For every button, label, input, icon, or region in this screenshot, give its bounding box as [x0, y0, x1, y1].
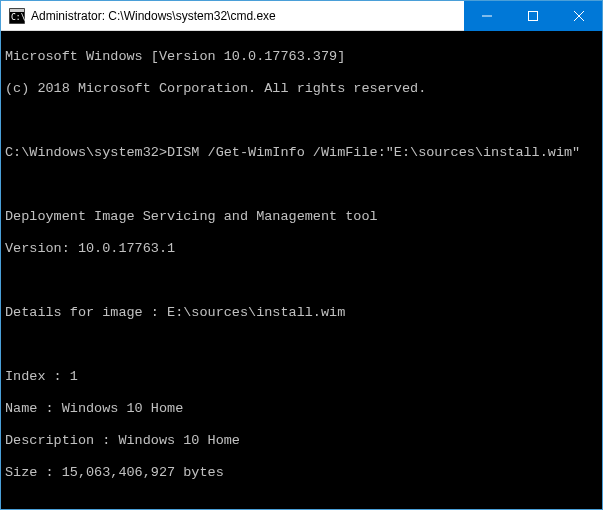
svg-rect-4: [529, 12, 538, 21]
maximize-button[interactable]: [510, 1, 556, 31]
blank-line: [5, 113, 598, 129]
image-name-line: Name : Windows 10 Home: [5, 401, 598, 417]
tool-version-line: Version: 10.0.17763.1: [5, 241, 598, 257]
image-desc-line: Description : Windows 10 Home: [5, 433, 598, 449]
blank-line: [5, 177, 598, 193]
os-version-line: Microsoft Windows [Version 10.0.17763.37…: [5, 49, 598, 65]
cmd-icon: C:\: [9, 8, 25, 24]
command-text: DISM /Get-WimInfo /WimFile:"E:\sources\i…: [167, 145, 580, 160]
minimize-button[interactable]: [464, 1, 510, 31]
details-line: Details for image : E:\sources\install.w…: [5, 305, 598, 321]
blank-line: [5, 497, 598, 509]
prompt-path: C:\Windows\system32>: [5, 145, 167, 160]
tool-name-line: Deployment Image Servicing and Managemen…: [5, 209, 598, 225]
svg-text:C:\: C:\: [11, 13, 25, 22]
image-size-line: Size : 15,063,406,927 bytes: [5, 465, 598, 481]
window-title: Administrator: C:\Windows\system32\cmd.e…: [31, 9, 464, 23]
command-line: C:\Windows\system32>DISM /Get-WimInfo /W…: [5, 145, 598, 161]
blank-line: [5, 337, 598, 353]
copyright-line: (c) 2018 Microsoft Corporation. All righ…: [5, 81, 598, 97]
titlebar[interactable]: C:\ Administrator: C:\Windows\system32\c…: [1, 1, 602, 31]
image-index-line: Index : 1: [5, 369, 598, 385]
terminal-output[interactable]: Microsoft Windows [Version 10.0.17763.37…: [1, 31, 602, 509]
blank-line: [5, 273, 598, 289]
close-button[interactable]: [556, 1, 602, 31]
svg-rect-1: [10, 9, 24, 12]
window-controls: [464, 1, 602, 30]
